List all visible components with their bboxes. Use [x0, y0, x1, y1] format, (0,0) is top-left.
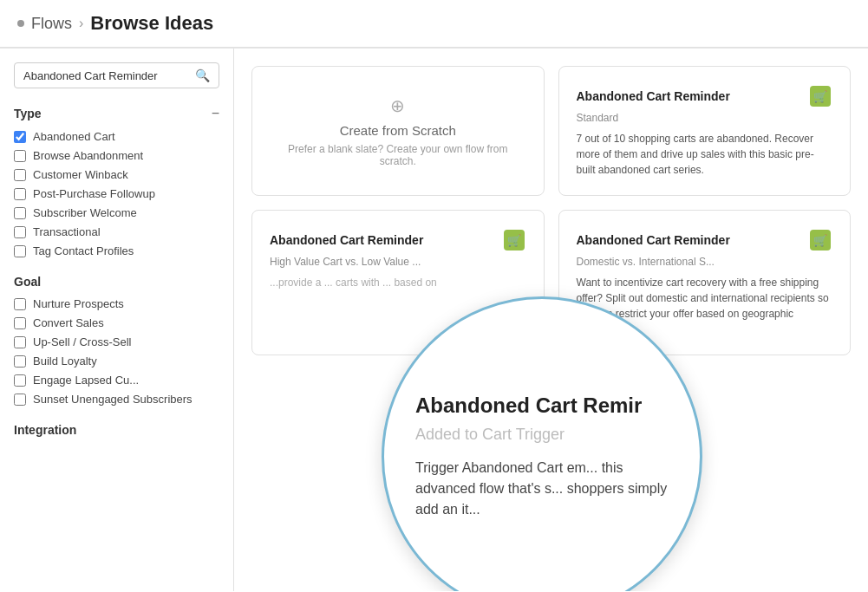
card1-header: Abandoned Cart Reminder 🛒	[577, 84, 833, 108]
filter-item-transactional[interactable]: Transactional	[14, 225, 219, 238]
breadcrumb-chevron: ›	[79, 16, 83, 31]
filter-item-sunset[interactable]: Sunset Unengaged Subscribers	[14, 393, 219, 406]
goal-filter-title: Goal	[14, 275, 41, 289]
filter-label-sunset[interactable]: Sunset Unengaged Subscribers	[33, 393, 193, 406]
filter-item-loyalty[interactable]: Build Loyalty	[14, 355, 219, 368]
filter-checkbox-loyalty[interactable]	[14, 355, 26, 368]
filter-checkbox-convert[interactable]	[14, 317, 26, 329]
type-filter-section: Type − Abandoned Cart Browse Abandonment…	[14, 106, 219, 257]
card3-title: Abandoned Cart Reminder	[577, 233, 730, 247]
filter-checkbox-nurture[interactable]	[14, 298, 26, 310]
magnify-title: Abandoned Cart Remir	[415, 394, 669, 419]
filter-checkbox-subscriber-welcome[interactable]	[14, 207, 26, 219]
shopify-bag-icon-2: 🛒	[504, 230, 525, 250]
card-abandoned-cart-standard[interactable]: Abandoned Cart Reminder 🛒 Standard 7 out…	[558, 66, 852, 196]
filter-item-convert[interactable]: Convert Sales	[14, 316, 219, 329]
filter-checkbox-browse-abandonment[interactable]	[14, 150, 26, 162]
create-desc: Prefer a blank slate? Create your own fl…	[270, 143, 526, 167]
sidebar: 🔍 Type − Abandoned Cart Browse Abandonme…	[0, 49, 234, 591]
filter-item-nurture[interactable]: Nurture Prospects	[14, 297, 219, 310]
filter-label-loyalty[interactable]: Build Loyalty	[33, 355, 97, 368]
integration-filter-section: Integration	[14, 423, 219, 437]
integration-filter-header: Integration	[14, 423, 219, 437]
card2-header: Abandoned Cart Reminder 🛒	[270, 228, 526, 252]
filter-label-convert[interactable]: Convert Sales	[33, 316, 104, 329]
page-title: Browse Ideas	[90, 12, 213, 35]
filter-label-browse-abandonment[interactable]: Browse Abandonment	[33, 149, 143, 162]
filter-checkbox-sunset[interactable]	[14, 394, 26, 406]
filter-item-customer-winback[interactable]: Customer Winback	[14, 168, 219, 181]
card2-shopify-icon: 🛒	[502, 228, 526, 252]
filter-checkbox-post-purchase[interactable]	[14, 188, 26, 200]
filter-item-tag-contact[interactable]: Tag Contact Profiles	[14, 244, 219, 257]
card1-subtitle: Standard	[577, 112, 833, 124]
filter-label-subscriber-welcome[interactable]: Subscriber Welcome	[33, 206, 137, 219]
card1-title: Abandoned Cart Reminder	[577, 89, 730, 103]
filter-label-abandoned-cart[interactable]: Abandoned Cart	[33, 130, 115, 143]
shopify-bag-icon: 🛒	[810, 86, 831, 107]
card1-shopify-icon: 🛒	[808, 84, 832, 108]
filter-checkbox-engage-lapsed[interactable]	[14, 374, 26, 387]
type-filter-title: Type	[14, 107, 42, 120]
goal-filter-header: Goal	[14, 275, 219, 289]
main-layout: 🔍 Type − Abandoned Cart Browse Abandonme…	[0, 49, 868, 591]
card1-desc: 7 out of 10 shopping carts are abandoned…	[577, 131, 833, 178]
card2-desc: ...provide a ... carts with ... based on	[270, 275, 526, 290]
filter-item-abandoned-cart[interactable]: Abandoned Cart	[14, 130, 219, 143]
integration-filter-title: Integration	[14, 423, 76, 437]
filter-label-upsell[interactable]: Up-Sell / Cross-Sell	[33, 335, 131, 348]
filter-item-subscriber-welcome[interactable]: Subscriber Welcome	[14, 206, 219, 219]
create-title: Create from Scratch	[340, 123, 456, 138]
search-box[interactable]: 🔍	[14, 62, 219, 88]
filter-item-upsell[interactable]: Up-Sell / Cross-Sell	[14, 335, 219, 348]
filter-label-post-purchase[interactable]: Post-Purchase Followup	[33, 187, 155, 200]
card2-title: Abandoned Cart Reminder	[270, 233, 423, 247]
filter-checkbox-upsell[interactable]	[14, 336, 26, 348]
filter-label-transactional[interactable]: Transactional	[33, 225, 101, 238]
flows-link[interactable]: Flows	[31, 15, 72, 33]
filter-label-customer-winback[interactable]: Customer Winback	[33, 168, 128, 181]
search-icon: 🔍	[195, 68, 210, 82]
type-collapse-button[interactable]: −	[212, 106, 219, 121]
card3-header: Abandoned Cart Reminder 🛒	[577, 228, 833, 252]
magnify-desc: Trigger Abandoned Cart em... this advanc…	[415, 458, 669, 520]
header: Flows › Browse Ideas	[0, 0, 868, 48]
filter-item-browse-abandonment[interactable]: Browse Abandonment	[14, 149, 219, 162]
filter-checkbox-tag-contact[interactable]	[14, 245, 26, 257]
filter-label-engage-lapsed[interactable]: Engage Lapsed Cu...	[33, 374, 139, 387]
filter-checkbox-customer-winback[interactable]	[14, 169, 26, 181]
card3-shopify-icon: 🛒	[808, 228, 832, 252]
filter-label-tag-contact[interactable]: Tag Contact Profiles	[33, 244, 134, 257]
filter-checkbox-transactional[interactable]	[14, 226, 26, 238]
filter-checkbox-abandoned-cart[interactable]	[14, 131, 26, 143]
search-input[interactable]	[23, 69, 190, 82]
content-area: ⊕ Create from Scratch Prefer a blank sla…	[234, 49, 868, 591]
breadcrumb-dot	[17, 20, 24, 27]
type-filter-header: Type −	[14, 106, 219, 121]
card3-subtitle: Domestic vs. International S...	[577, 256, 833, 268]
goal-filter-section: Goal Nurture Prospects Convert Sales Up-…	[14, 275, 219, 406]
shopify-bag-icon-3: 🛒	[810, 230, 831, 250]
card2-subtitle: High Value Cart vs. Low Value ...	[270, 256, 526, 268]
breadcrumb: Flows › Browse Ideas	[17, 12, 213, 35]
create-scratch-card[interactable]: ⊕ Create from Scratch Prefer a blank sla…	[251, 66, 545, 196]
filter-item-engage-lapsed[interactable]: Engage Lapsed Cu...	[14, 374, 219, 387]
filter-item-post-purchase[interactable]: Post-Purchase Followup	[14, 187, 219, 200]
magnify-subtitle: Added to Cart Trigger	[415, 426, 669, 444]
filter-label-nurture[interactable]: Nurture Prospects	[33, 297, 124, 310]
create-icon: ⊕	[390, 95, 405, 116]
